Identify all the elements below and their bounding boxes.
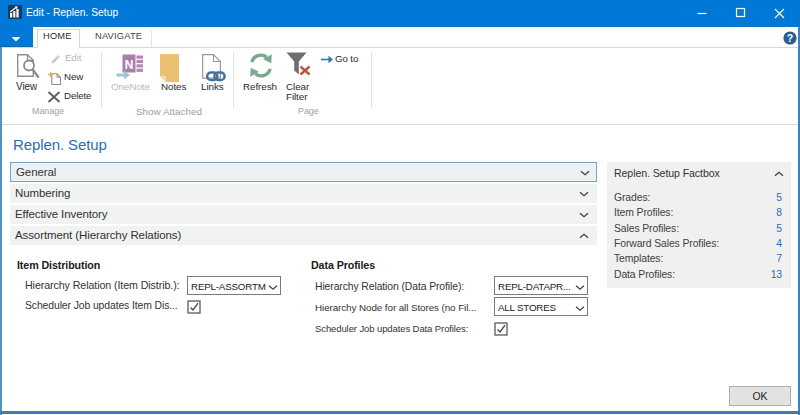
svg-text:N: N bbox=[125, 58, 134, 72]
svg-text:?: ? bbox=[787, 32, 793, 44]
